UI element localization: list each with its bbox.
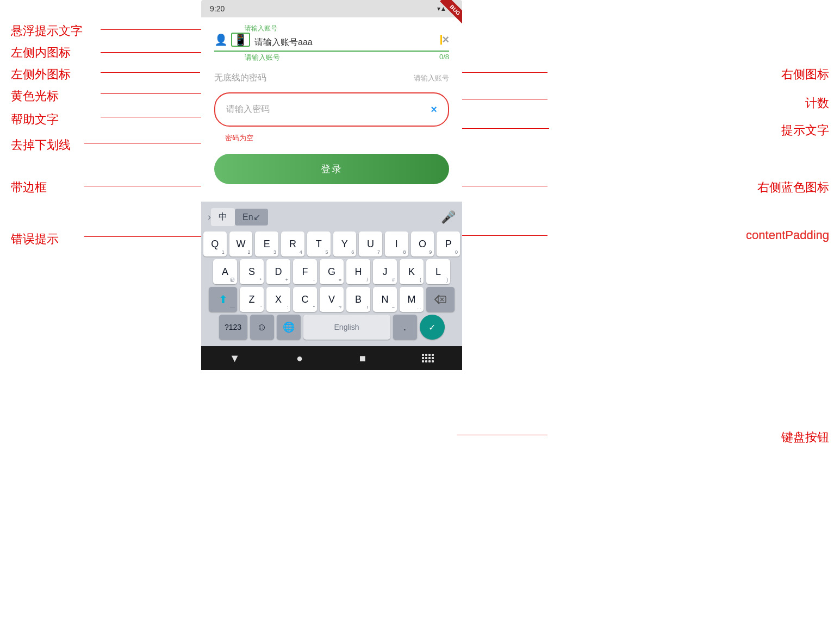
status-bar: 9:20 ▾▲ ▐: [201, 0, 462, 17]
nav-bar: ▼ ● ■: [201, 346, 462, 370]
key-n[interactable]: N~: [373, 287, 397, 312]
key-emoji[interactable]: ☺: [250, 315, 274, 340]
ann-error-hint: 错误提示: [11, 231, 59, 247]
bordered-clear-icon[interactable]: ×: [431, 103, 437, 116]
ann-floating-hint: 悬浮提示文字: [11, 23, 83, 39]
key-a[interactable]: A@: [213, 259, 237, 284]
ann-hint-text: 提示文字: [781, 122, 829, 139]
phone-icon: 📱: [231, 33, 250, 47]
key-x[interactable]: X:: [266, 287, 290, 312]
nav-back[interactable]: ▼: [229, 352, 240, 365]
ann-with-border: 带边框: [11, 179, 47, 196]
key-p[interactable]: P0: [437, 231, 460, 256]
account-input-value[interactable]: 请输入账号aaa: [254, 30, 440, 48]
key-g[interactable]: G=: [320, 259, 344, 284]
key-e[interactable]: E3: [255, 231, 278, 256]
kbd-row-3: ⬆— Z' X: C" V? B! N~ M…: [203, 287, 460, 312]
key-shift[interactable]: ⬆—: [209, 287, 237, 312]
line-floating-hint: [101, 29, 201, 30]
bordered-input-field[interactable]: 请输入密码 ×: [214, 92, 449, 127]
line-keyboard-btn: [457, 435, 547, 435]
account-input-field[interactable]: 👤 📱 请输入账号 请输入账号aaa ×: [214, 26, 449, 52]
person-icon: 👤: [214, 33, 228, 46]
key-symbols[interactable]: ?123: [219, 315, 247, 340]
key-backspace[interactable]: [426, 287, 455, 312]
key-f[interactable]: F-: [293, 259, 317, 284]
kbd-lang-zh[interactable]: 中: [211, 208, 235, 226]
key-dot[interactable]: .: [393, 315, 417, 340]
key-enter[interactable]: ✓: [420, 315, 445, 340]
bug-badge: BUG: [430, 0, 462, 33]
kbd-row-2: A@ S* D+ F- G= H/ J# K( L): [203, 259, 460, 284]
ann-left-inner-icon: 左侧内图标: [11, 45, 71, 61]
kbd-row-4: ?123 ☺ 🌐 English . ✓: [203, 315, 460, 340]
key-u[interactable]: U7: [359, 231, 382, 256]
account-help-text: 请输入账号: [245, 53, 280, 62]
key-k[interactable]: K(: [400, 259, 424, 284]
key-c[interactable]: C": [293, 287, 317, 312]
nav-home[interactable]: ●: [296, 352, 303, 365]
ann-help-text: 帮助文字: [11, 111, 59, 128]
key-h[interactable]: H/: [346, 259, 370, 284]
key-q[interactable]: Q1: [203, 231, 227, 256]
key-w[interactable]: W2: [229, 231, 253, 256]
left-icons-group: 👤 📱: [214, 33, 250, 47]
content-area: 👤 📱 请输入账号 请输入账号aaa × 请输入账号 0/8 无底线的密码 请输…: [201, 17, 462, 202]
error-message: 密码为空: [214, 131, 449, 145]
keyboard: › 中 En↙ 🎤 Q1 W2 E3 R4 T5 Y6 U7 I8 O9 P0 …: [201, 202, 462, 346]
kbd-lang-en[interactable]: En↙: [235, 209, 268, 226]
line-hint-text: [457, 128, 549, 129]
bordered-placeholder: 请输入密码: [226, 104, 431, 115]
no-underline-placeholder: 无底线的密码: [214, 72, 414, 84]
account-char-count: 0/8: [439, 53, 449, 62]
account-input-group: 👤 📱 请输入账号 请输入账号aaa × 请输入账号 0/8: [214, 26, 449, 64]
ann-right-icon: 右侧图标: [781, 66, 829, 83]
key-i[interactable]: I8: [385, 231, 408, 256]
kbd-row-1: Q1 W2 E3 R4 T5 Y6 U7 I8 O9 P0: [203, 231, 460, 256]
no-underline-hint: 请输入账号: [414, 73, 449, 83]
line-with-border: [84, 186, 219, 186]
key-d[interactable]: D+: [266, 259, 290, 284]
nav-dots-icon[interactable]: [422, 354, 434, 362]
account-clear-icon[interactable]: ×: [442, 33, 449, 47]
key-b[interactable]: B!: [346, 287, 370, 312]
ann-count: 计数: [805, 95, 829, 111]
key-space[interactable]: English: [303, 315, 390, 340]
key-globe[interactable]: 🌐: [277, 315, 301, 340]
key-r[interactable]: R4: [281, 231, 304, 256]
login-button[interactable]: 登录: [214, 154, 449, 184]
mic-icon[interactable]: 🎤: [441, 210, 456, 224]
key-v[interactable]: V?: [320, 287, 344, 312]
ann-content-padding-label: contentPadding: [746, 228, 829, 242]
ann-right-blue-icon: 右侧蓝色图标: [757, 179, 829, 196]
key-z[interactable]: Z': [240, 287, 264, 312]
key-l[interactable]: L): [426, 259, 450, 284]
device-frame: 9:20 ▾▲ ▐ BUG 👤 📱 请输入账号 请输入账号aaa × 请输入账号: [201, 0, 462, 370]
key-y[interactable]: Y6: [333, 231, 357, 256]
line-left-outer-icon: [101, 72, 200, 73]
keyboard-top-row: › 中 En↙ 🎤: [203, 206, 460, 228]
nav-recents[interactable]: ■: [359, 352, 366, 365]
ann-left-outer-icon: 左侧外图标: [11, 66, 71, 83]
status-time: 9:20: [210, 4, 225, 13]
ann-yellow-cursor: 黄色光标: [11, 88, 59, 104]
no-underline-group: 无底线的密码 请输入账号: [214, 68, 449, 88]
floating-hint-label: 请输入账号: [245, 24, 277, 33]
key-s[interactable]: S*: [240, 259, 264, 284]
ann-no-underline: 去掉下划线: [11, 137, 71, 153]
ann-keyboard-btn: 键盘按钮: [781, 429, 829, 446]
key-o[interactable]: O9: [411, 231, 434, 256]
key-j[interactable]: J#: [373, 259, 397, 284]
key-t[interactable]: T5: [307, 231, 331, 256]
key-m[interactable]: M…: [400, 287, 424, 312]
